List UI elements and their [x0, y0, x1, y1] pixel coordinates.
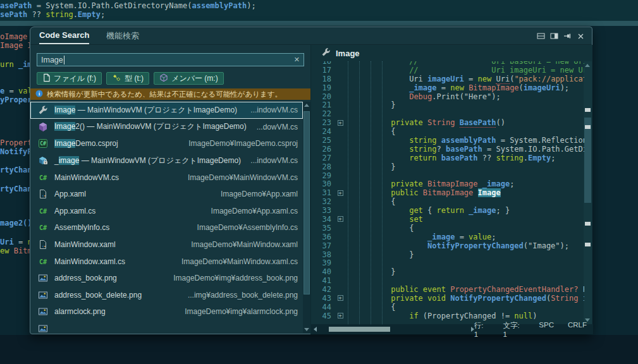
csharp-file-icon: C# — [38, 256, 49, 267]
code-segment — [478, 179, 482, 188]
filter-button-members[interactable]: メンバー (m:) — [154, 72, 224, 85]
result-row[interactable]: C#App.xaml.csImageDemo¥App.xaml.cs — [30, 203, 303, 220]
clear-search-icon[interactable]: ✕ — [294, 56, 300, 64]
code-segment: Empty — [78, 10, 101, 19]
code-line: 31+ public BitmapImage Image — [311, 188, 584, 197]
line-number: 33 — [311, 206, 335, 215]
hscrollbar[interactable] — [321, 326, 470, 332]
csharp-file-icon: C# — [38, 205, 49, 216]
result-path: ImageDemo¥App.xaml.cs — [205, 207, 298, 215]
tab-code-search[interactable]: Code Search — [39, 30, 89, 44]
code-segment — [437, 136, 441, 145]
search-result-marker[interactable] — [585, 125, 591, 129]
code-segment: Propert — [0, 138, 32, 147]
status-bar: 行: 1 文字: 1 SPC CRLF — [311, 324, 593, 334]
code-line: 23+ private String BasePath() — [311, 118, 584, 127]
code-text: } — [345, 100, 395, 109]
result-name: MainWindowVM.cs — [54, 173, 119, 182]
result-row[interactable]: ‹›MainWindow.xamlImageDemo¥MainWindow.xa… — [30, 236, 303, 253]
result-name: Image — MainWindowVM (プロジェクトImageDemo) — [54, 105, 237, 116]
filter-buttons: ファイル (f:)型 (t:)メンバー (m:) — [37, 72, 224, 85]
result-row[interactable]: _image — MainWindowVM (プロジェクトImageDemo).… — [30, 152, 303, 169]
code-segment: ?? — [27, 10, 46, 19]
result-row[interactable]: ‹›App.xamlImageDemo¥App.xaml — [30, 186, 303, 203]
code-segment: { — [345, 224, 414, 233]
hscrollbar-thumb[interactable] — [329, 327, 390, 332]
code-segment: BitmapImage — [469, 83, 518, 92]
hscroll-left-icon[interactable] — [314, 327, 317, 332]
split-vertical-icon[interactable] — [549, 32, 559, 40]
scroll-up-icon[interactable] — [304, 104, 309, 107]
code-segment — [345, 215, 409, 224]
fold-marker[interactable]: + — [335, 313, 345, 318]
result-row[interactable]: address_book.pngImageDemo¥img¥address_bo… — [30, 270, 303, 287]
results-scrollbar-thumb[interactable] — [304, 111, 310, 294]
fold-marker[interactable]: + — [335, 190, 345, 196]
split-horizontal-icon[interactable] — [536, 32, 546, 40]
code-scrollbar-thumb[interactable] — [584, 118, 591, 203]
filter-label: 型 (t:) — [125, 73, 144, 84]
search-input[interactable]: Image ✕ — [37, 53, 304, 66]
fold-marker[interactable]: + — [335, 295, 345, 301]
image-file-icon — [38, 324, 49, 333]
search-result-marker[interactable] — [585, 222, 591, 226]
code-segment — [345, 241, 427, 250]
code-segment: ("Image"); — [524, 241, 569, 250]
line-number: 35 — [311, 224, 335, 233]
code-line: 25 string assemblyPath = System.Reflecti… — [311, 136, 584, 145]
result-row[interactable]: C#MainWindowVM.csImageDemo¥MainWindowVM.… — [30, 169, 303, 186]
close-icon[interactable] — [576, 32, 586, 40]
result-row[interactable]: Image2() — MainWindowVM (プロジェクトImageDemo… — [30, 119, 303, 136]
filter-button-types[interactable]: 型 (t:) — [106, 72, 149, 85]
result-path: ImageDemo¥MainWindow.xaml — [185, 240, 298, 249]
filter-button-files[interactable]: ファイル (f:) — [37, 72, 102, 85]
code-segment: "pack://application — [514, 75, 584, 83]
pin-icon[interactable] — [563, 32, 572, 40]
code-segment: } — [345, 162, 395, 171]
result-row[interactable]: Image — MainWindowVM (プロジェクトImageDemo)..… — [30, 102, 303, 119]
code-segment: . — [524, 154, 528, 162]
result-row[interactable]: address_book_delete.png...img¥address_bo… — [30, 287, 303, 304]
result-row[interactable]: C#MainWindow.xaml.csImageDemo¥MainWindow… — [30, 253, 303, 270]
scroll-up-icon[interactable] — [585, 64, 590, 67]
fold-marker[interactable]: + — [335, 216, 345, 222]
code-segment: ; — [510, 179, 514, 188]
result-row[interactable]: C#AssemblyInfo.csImageDemo¥AssemblyInfo.… — [30, 219, 303, 236]
match-highlight: Image — [54, 106, 75, 114]
background-band — [0, 21, 638, 26]
preview-title: Image — [336, 49, 360, 58]
background-code-line: ew Bitm — [0, 246, 32, 255]
search-result-marker[interactable] — [585, 243, 591, 246]
result-row[interactable]: C#ImageDemo.csprojImageDemo¥ImageDemo.cs… — [30, 135, 303, 152]
result-row[interactable]: alarmclock.pngImageDemo¥img¥alarmclock.p… — [30, 303, 303, 320]
index-update-notice: i 検索情報が更新中であるため、結果は不正確になる可能性があります。 — [30, 88, 310, 100]
property-icon — [38, 105, 49, 116]
background-code-line: mage2() — [0, 219, 32, 228]
code-editor[interactable]: 16 // Uri baseUri = new Uri(baseU17 // U… — [311, 61, 584, 324]
xaml-file-icon: ‹› — [38, 240, 49, 250]
result-row[interactable] — [30, 320, 303, 333]
result-name: MainWindow.xaml.cs — [54, 257, 125, 266]
code-segment — [345, 188, 391, 197]
code-line: 22 — [311, 109, 584, 118]
result-name: ImageDemo.csproj — [54, 139, 118, 148]
result-path: ImageDemo¥ImageDemo.csproj — [182, 139, 298, 148]
window-buttons — [536, 32, 586, 40]
csharp-file-icon: C# — [38, 172, 49, 183]
code-segment — [345, 145, 409, 154]
line-number: 40 — [311, 267, 335, 276]
code-segment: yProper — [0, 95, 32, 104]
result-name-text: _ — [54, 156, 59, 165]
code-scrollbar[interactable] — [584, 61, 592, 324]
code-segment: Image — [478, 188, 501, 197]
search-result-marker[interactable] — [585, 108, 591, 112]
filter-label: ファイル (f:) — [54, 73, 96, 84]
fold-marker[interactable]: + — [335, 120, 345, 126]
results-scrollbar[interactable] — [303, 102, 310, 333]
svg-text:C#: C# — [40, 141, 46, 147]
tab-function-search[interactable]: 機能検索 — [106, 30, 139, 45]
project-icon: C# — [38, 138, 49, 149]
result-name-text: Demo.csproj — [75, 139, 118, 148]
scroll-down-icon[interactable] — [304, 328, 309, 331]
line-number: 34 — [311, 215, 335, 224]
